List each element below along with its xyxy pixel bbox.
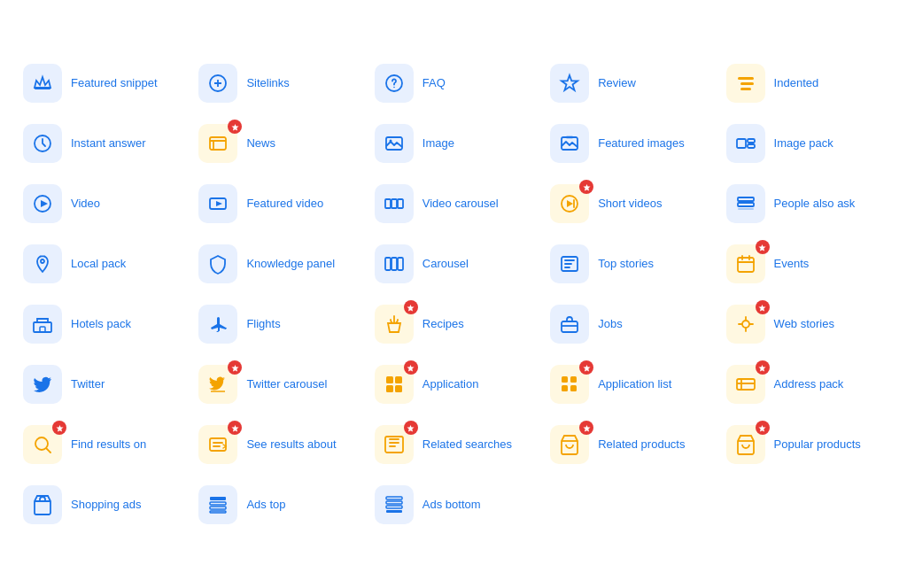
feature-label: FAQ: [422, 76, 446, 91]
icon-wrap: [550, 124, 589, 163]
icon-wrap: [375, 425, 414, 464]
icon-wrap: [550, 184, 589, 223]
feature-item-shopping-ads[interactable]: Shopping ads: [19, 480, 184, 530]
feature-item-image-pack[interactable]: Image pack: [723, 119, 888, 168]
icon-wrap: [550, 305, 589, 344]
feature-label: Jobs: [598, 317, 622, 332]
feature-item-instant[interactable]: Instant answer: [19, 119, 184, 168]
icon-wrap: [198, 365, 237, 404]
feature-label: Shopping ads: [71, 498, 142, 513]
feature-item-flights[interactable]: Flights: [195, 299, 360, 349]
svg-marker-56: [231, 424, 238, 431]
feature-item-review[interactable]: Review: [547, 58, 711, 108]
feature-label: Hotels pack: [71, 317, 131, 332]
features-grid: Featured snippetSitelinksFAQReviewIndent…: [19, 58, 888, 530]
feature-label: Popular products: [774, 437, 861, 453]
feature-item-sitelinks[interactable]: Sitelinks: [195, 58, 360, 108]
feature-item-image[interactable]: Image: [371, 119, 536, 168]
feature-item-top-stories[interactable]: Top stories: [547, 239, 711, 289]
review-icon: [550, 64, 589, 103]
feature-label: Sitelinks: [246, 76, 289, 91]
feature-label: Knowledge panel: [246, 257, 335, 272]
feature-item-short-videos[interactable]: Short videos: [547, 179, 711, 228]
svg-rect-13: [737, 139, 746, 148]
svg-rect-27: [738, 208, 754, 210]
feature-item-news[interactable]: News: [195, 119, 360, 168]
feature-item-faq[interactable]: FAQ: [371, 58, 536, 108]
feature-label: Web stories: [774, 317, 834, 332]
feature-item-twitter[interactable]: Twitter: [19, 360, 184, 409]
svg-marker-47: [583, 364, 590, 371]
feature-item-video-carousel[interactable]: Video carousel: [371, 179, 536, 228]
feature-item-carousel[interactable]: Carousel: [371, 239, 536, 289]
feature-item-see-results[interactable]: See results about: [195, 420, 360, 469]
feature-label: See results about: [246, 437, 336, 453]
feature-item-video[interactable]: Video: [19, 179, 184, 228]
svg-rect-29: [385, 258, 391, 270]
feature-label: Ads top: [246, 498, 285, 513]
feature-label: Local pack: [71, 257, 126, 272]
feature-item-address-pack[interactable]: Address pack: [723, 360, 888, 409]
feature-item-featured-video[interactable]: Featured video: [195, 179, 360, 228]
twitter-icon: [23, 365, 62, 404]
feature-item-ads-bottom[interactable]: Ads bottom: [371, 480, 536, 530]
svg-rect-20: [385, 199, 391, 208]
knowledge-icon: [198, 244, 237, 283]
feature-label: Find results on: [71, 437, 146, 453]
svg-rect-34: [738, 258, 754, 272]
ads-top-icon: [198, 485, 237, 524]
svg-point-40: [742, 321, 749, 328]
feature-item-find-results[interactable]: Find results on: [19, 420, 184, 469]
svg-rect-64: [210, 507, 226, 509]
svg-rect-31: [398, 258, 403, 270]
star-badge: [756, 240, 770, 254]
feature-item-recipes[interactable]: Recipes: [371, 299, 536, 349]
svg-marker-39: [759, 304, 766, 311]
icon-wrap: [375, 365, 414, 404]
svg-rect-22: [398, 199, 403, 208]
feature-label: Application: [422, 377, 479, 392]
star-badge: [52, 421, 66, 435]
feature-item-featured-images[interactable]: Featured images: [547, 119, 711, 168]
flights-icon: [198, 305, 237, 344]
star-badge: [756, 421, 770, 435]
icon-wrap: [23, 244, 62, 283]
feature-item-knowledge[interactable]: Knowledge panel: [195, 239, 360, 289]
feature-item-hotels[interactable]: Hotels pack: [19, 299, 184, 349]
svg-rect-69: [386, 510, 402, 513]
star-badge: [404, 421, 418, 435]
feature-item-crown[interactable]: Featured snippet: [19, 58, 184, 108]
carousel-icon: [375, 244, 414, 283]
svg-rect-66: [386, 497, 402, 499]
feature-item-related-searches[interactable]: Related searches: [371, 420, 536, 469]
star-badge: [228, 360, 242, 375]
icon-wrap: [550, 244, 589, 283]
feature-item-related-products[interactable]: Related products: [547, 420, 711, 469]
feature-item-popular-products[interactable]: Popular products: [723, 420, 888, 469]
feature-item-application[interactable]: Application: [371, 360, 536, 409]
svg-marker-17: [41, 200, 48, 207]
feature-item-ads-top[interactable]: Ads top: [195, 480, 360, 530]
faq-icon: [375, 64, 414, 103]
feature-item-app-list[interactable]: Application list: [547, 360, 711, 409]
feature-item-local-pack[interactable]: Local pack: [19, 239, 184, 289]
people-ask-icon: [726, 184, 765, 223]
feature-item-indented[interactable]: Indented: [723, 58, 888, 108]
svg-marker-23: [583, 183, 590, 190]
feature-label: Application list: [598, 377, 671, 392]
feature-item-jobs[interactable]: Jobs: [547, 299, 711, 349]
star-badge: [579, 180, 593, 194]
feature-item-twitter-carousel[interactable]: Twitter carousel: [195, 360, 360, 409]
ads-bottom-icon: [375, 485, 414, 524]
feature-label: Instant answer: [71, 136, 146, 151]
icon-wrap: [198, 64, 237, 103]
feature-label: People also ask: [774, 197, 856, 212]
feature-label: Top stories: [598, 257, 654, 272]
feature-item-people-ask[interactable]: People also ask: [723, 179, 888, 228]
feature-item-web-stories[interactable]: Web stories: [723, 299, 888, 349]
svg-rect-26: [738, 203, 754, 206]
feature-label: Address pack: [774, 377, 844, 392]
feature-label: Related products: [598, 437, 685, 453]
icon-wrap: [198, 124, 237, 163]
feature-item-events[interactable]: Events: [723, 239, 888, 289]
